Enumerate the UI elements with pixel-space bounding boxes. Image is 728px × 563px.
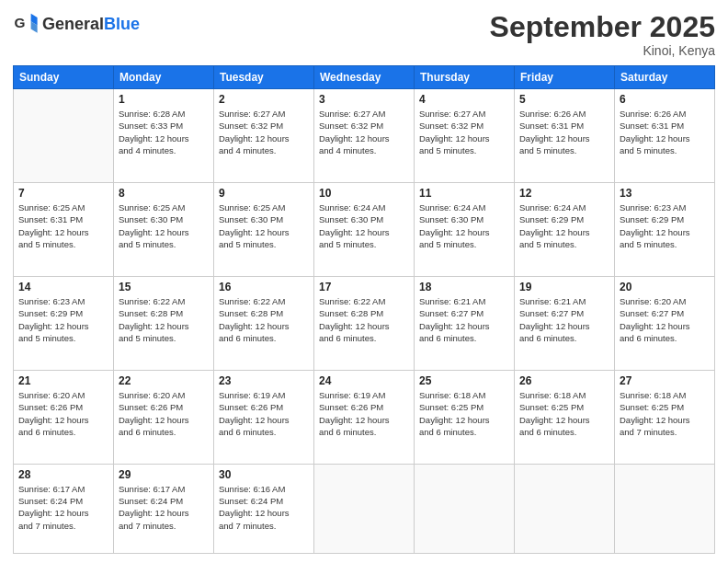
table-row: 17Sunrise: 6:22 AM Sunset: 6:28 PM Dayli… [314, 277, 415, 371]
location-subtitle: Kinoi, Kenya [490, 43, 715, 58]
day-info: Sunrise: 6:26 AM Sunset: 6:31 PM Dayligh… [620, 108, 710, 156]
day-number: 26 [519, 374, 609, 387]
day-number: 30 [219, 468, 309, 481]
day-number: 3 [319, 93, 409, 106]
table-row: 18Sunrise: 6:21 AM Sunset: 6:27 PM Dayli… [415, 277, 515, 371]
day-number: 20 [620, 281, 710, 293]
table-row: 27Sunrise: 6:18 AM Sunset: 6:25 PM Dayli… [615, 370, 715, 464]
day-info: Sunrise: 6:24 AM Sunset: 6:30 PM Dayligh… [319, 201, 409, 250]
table-row: 28Sunrise: 6:17 AM Sunset: 6:24 PM Dayli… [14, 464, 114, 553]
day-info: Sunrise: 6:17 AM Sunset: 6:24 PM Dayligh… [119, 483, 209, 532]
table-row: 5Sunrise: 6:26 AM Sunset: 6:31 PM Daylig… [515, 89, 615, 183]
table-row: 16Sunrise: 6:22 AM Sunset: 6:28 PM Dayli… [214, 277, 314, 371]
day-info: Sunrise: 6:23 AM Sunset: 6:29 PM Dayligh… [620, 201, 710, 250]
day-number: 9 [219, 187, 309, 200]
day-info: Sunrise: 6:22 AM Sunset: 6:28 PM Dayligh… [219, 295, 309, 344]
day-info: Sunrise: 6:19 AM Sunset: 6:26 PM Dayligh… [219, 389, 309, 438]
day-number: 1 [119, 93, 209, 106]
day-info: Sunrise: 6:20 AM Sunset: 6:27 PM Dayligh… [620, 295, 710, 344]
table-row: 1Sunrise: 6:28 AM Sunset: 6:33 PM Daylig… [114, 89, 214, 183]
table-row: 9Sunrise: 6:25 AM Sunset: 6:30 PM Daylig… [214, 183, 314, 277]
day-info: Sunrise: 6:27 AM Sunset: 6:32 PM Dayligh… [419, 108, 509, 156]
col-monday: Monday [114, 66, 214, 89]
day-info: Sunrise: 6:24 AM Sunset: 6:29 PM Dayligh… [519, 201, 609, 250]
day-number: 24 [319, 374, 409, 387]
day-number: 5 [519, 93, 609, 106]
day-number: 16 [219, 281, 309, 293]
day-number: 29 [119, 468, 209, 481]
day-number: 18 [419, 281, 509, 293]
table-row: 29Sunrise: 6:17 AM Sunset: 6:24 PM Dayli… [114, 464, 214, 553]
day-info: Sunrise: 6:25 AM Sunset: 6:30 PM Dayligh… [219, 201, 309, 250]
table-row: 20Sunrise: 6:20 AM Sunset: 6:27 PM Dayli… [615, 277, 715, 371]
table-row: 21Sunrise: 6:20 AM Sunset: 6:26 PM Dayli… [14, 370, 114, 464]
calendar-header-row: Sunday Monday Tuesday Wednesday Thursday… [14, 66, 715, 89]
day-number: 7 [18, 187, 108, 200]
table-row: 12Sunrise: 6:24 AM Sunset: 6:29 PM Dayli… [515, 183, 615, 277]
day-number: 2 [219, 93, 309, 106]
day-info: Sunrise: 6:25 AM Sunset: 6:30 PM Dayligh… [119, 201, 209, 250]
day-info: Sunrise: 6:16 AM Sunset: 6:24 PM Dayligh… [219, 483, 309, 532]
day-info: Sunrise: 6:20 AM Sunset: 6:26 PM Dayligh… [119, 389, 209, 438]
logo-blue-text: Blue [104, 15, 140, 33]
title-block: September 2025 Kinoi, Kenya [490, 11, 715, 58]
table-row: 7Sunrise: 6:25 AM Sunset: 6:31 PM Daylig… [14, 183, 114, 277]
table-row: 6Sunrise: 6:26 AM Sunset: 6:31 PM Daylig… [615, 89, 715, 183]
day-info: Sunrise: 6:24 AM Sunset: 6:30 PM Dayligh… [419, 201, 509, 250]
day-number: 12 [519, 187, 609, 200]
table-row: 19Sunrise: 6:21 AM Sunset: 6:27 PM Dayli… [515, 277, 615, 371]
table-row: 2Sunrise: 6:27 AM Sunset: 6:32 PM Daylig… [214, 89, 314, 183]
day-number: 23 [219, 374, 309, 387]
day-number: 14 [18, 281, 108, 293]
table-row: 4Sunrise: 6:27 AM Sunset: 6:32 PM Daylig… [415, 89, 515, 183]
day-number: 4 [419, 93, 509, 106]
calendar-table: Sunday Monday Tuesday Wednesday Thursday… [13, 65, 715, 554]
day-info: Sunrise: 6:25 AM Sunset: 6:31 PM Dayligh… [18, 201, 108, 250]
table-row: 24Sunrise: 6:19 AM Sunset: 6:26 PM Dayli… [314, 370, 415, 464]
logo-icon: G [13, 11, 39, 37]
col-tuesday: Tuesday [214, 66, 314, 89]
day-number: 22 [119, 374, 209, 387]
day-number: 28 [18, 468, 108, 481]
day-number: 11 [419, 187, 509, 200]
page: G GeneralBlue September 2025 Kinoi, Keny… [0, 0, 728, 563]
table-row: 15Sunrise: 6:22 AM Sunset: 6:28 PM Dayli… [114, 277, 214, 371]
day-number: 8 [119, 187, 209, 200]
table-row [615, 464, 715, 553]
day-info: Sunrise: 6:21 AM Sunset: 6:27 PM Dayligh… [419, 295, 509, 344]
table-row: 8Sunrise: 6:25 AM Sunset: 6:30 PM Daylig… [114, 183, 214, 277]
day-info: Sunrise: 6:22 AM Sunset: 6:28 PM Dayligh… [319, 295, 409, 344]
day-number: 10 [319, 187, 409, 200]
svg-text:G: G [14, 15, 25, 30]
day-info: Sunrise: 6:18 AM Sunset: 6:25 PM Dayligh… [419, 389, 509, 438]
day-info: Sunrise: 6:17 AM Sunset: 6:24 PM Dayligh… [18, 483, 108, 532]
day-number: 19 [519, 281, 609, 293]
day-info: Sunrise: 6:20 AM Sunset: 6:26 PM Dayligh… [18, 389, 108, 438]
day-info: Sunrise: 6:22 AM Sunset: 6:28 PM Dayligh… [119, 295, 209, 344]
table-row: 26Sunrise: 6:18 AM Sunset: 6:25 PM Dayli… [515, 370, 615, 464]
day-info: Sunrise: 6:27 AM Sunset: 6:32 PM Dayligh… [219, 108, 309, 156]
day-number: 15 [119, 281, 209, 293]
day-number: 27 [620, 374, 710, 387]
col-thursday: Thursday [415, 66, 515, 89]
header: G GeneralBlue September 2025 Kinoi, Keny… [13, 11, 715, 58]
logo-general-text: General [42, 15, 104, 33]
col-sunday: Sunday [14, 66, 114, 89]
day-info: Sunrise: 6:19 AM Sunset: 6:26 PM Dayligh… [319, 389, 409, 438]
day-number: 6 [620, 93, 710, 106]
col-saturday: Saturday [615, 66, 715, 89]
day-number: 21 [18, 374, 108, 387]
table-row: 14Sunrise: 6:23 AM Sunset: 6:29 PM Dayli… [14, 277, 114, 371]
table-row [314, 464, 415, 553]
day-number: 17 [319, 281, 409, 293]
col-wednesday: Wednesday [314, 66, 415, 89]
table-row [415, 464, 515, 553]
table-row: 11Sunrise: 6:24 AM Sunset: 6:30 PM Dayli… [415, 183, 515, 277]
col-friday: Friday [515, 66, 615, 89]
month-title: September 2025 [490, 11, 715, 43]
table-row: 22Sunrise: 6:20 AM Sunset: 6:26 PM Dayli… [114, 370, 214, 464]
table-row: 25Sunrise: 6:18 AM Sunset: 6:25 PM Dayli… [415, 370, 515, 464]
day-info: Sunrise: 6:18 AM Sunset: 6:25 PM Dayligh… [620, 389, 710, 438]
table-row [14, 89, 114, 183]
day-number: 25 [419, 374, 509, 387]
